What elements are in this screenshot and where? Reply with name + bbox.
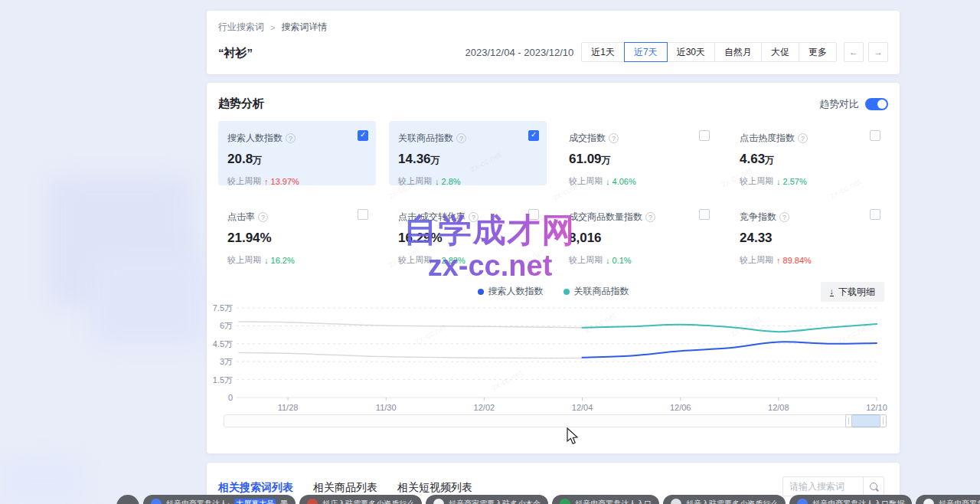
trend-compare: 趋势对比 bbox=[819, 97, 888, 111]
svg-text:1.5万: 1.5万 bbox=[213, 375, 233, 385]
svg-text:12/04: 12/04 bbox=[572, 403, 593, 412]
metric-checkbox[interactable] bbox=[358, 209, 368, 220]
metric-label: 点击率 bbox=[227, 211, 255, 224]
metric-checkbox[interactable] bbox=[870, 130, 880, 141]
info-icon[interactable]: ? bbox=[645, 212, 655, 222]
compare-toggle[interactable] bbox=[865, 98, 888, 110]
range-button[interactable]: 自然月 bbox=[714, 42, 762, 62]
tab-item[interactable]: 相关商品列表 bbox=[313, 481, 377, 495]
taskbar-item-label: 抖音电商罗盘达人 bbox=[939, 499, 980, 504]
taskbar-launcher-icon[interactable] bbox=[116, 495, 139, 504]
compare-prefix: 较上周期 bbox=[740, 175, 773, 187]
metric-change: 较上周期↑ 89.84% bbox=[740, 254, 879, 266]
legend-dot-icon bbox=[564, 289, 570, 295]
metric-card[interactable]: 点击-成交转化率?16.29%较上周期↓ 2.83% bbox=[389, 200, 547, 264]
compare-prefix: 较上周期 bbox=[398, 254, 432, 266]
toggle-knob bbox=[877, 100, 887, 109]
metric-value-number: 24.33 bbox=[740, 231, 773, 245]
metric-checkbox[interactable] bbox=[528, 209, 539, 220]
breadcrumb-parent-link[interactable]: 行业搜索词 bbox=[218, 21, 264, 34]
related-lists-tabs: 相关搜索词列表相关商品列表相关短视频列表 bbox=[218, 481, 472, 495]
metric-card[interactable]: 成交指数?61.09万较上周期↓ 4.06% bbox=[560, 121, 717, 185]
svg-text:11/30: 11/30 bbox=[376, 403, 397, 412]
info-icon[interactable]: ? bbox=[286, 133, 296, 143]
metric-value: 20.8万 bbox=[227, 152, 367, 167]
taskbar-item[interactable]: 抖店入驻需要多少资质行么 bbox=[299, 495, 422, 504]
metric-card[interactable]: 竞争指数?24.33较上周期↑ 89.84% bbox=[730, 200, 888, 264]
metric-checkbox[interactable] bbox=[699, 209, 710, 220]
info-icon[interactable]: ? bbox=[779, 212, 789, 222]
brush-handle-right[interactable] bbox=[880, 414, 887, 427]
taskbar-item[interactable]: 抖音商家需要入驻多少本金 bbox=[426, 495, 548, 504]
metric-change: 较上周期↓ 0.1% bbox=[569, 254, 708, 266]
range-button[interactable]: 近7天 bbox=[624, 42, 668, 62]
search-button[interactable] bbox=[863, 477, 884, 496]
breadcrumb-current: 搜索词详情 bbox=[281, 21, 327, 34]
legend-item[interactable]: 搜索人数指数 bbox=[478, 285, 544, 298]
left-arrow-icon: ← bbox=[849, 47, 858, 57]
download-button[interactable]: ↓ 下载明细 bbox=[821, 282, 885, 302]
tab-active[interactable]: 相关搜索词列表 bbox=[218, 481, 293, 495]
compare-prefix: 较上周期 bbox=[569, 175, 603, 187]
next-period-button[interactable]: → bbox=[868, 42, 888, 62]
metric-value-number: 8,016 bbox=[569, 231, 602, 245]
search-input[interactable] bbox=[783, 477, 863, 496]
taskbar-item[interactable]: 抖音电商罗盘达人入口 bbox=[552, 495, 659, 504]
chart-line-搜索人数指数-上期 bbox=[239, 353, 583, 358]
range-button[interactable]: 近30天 bbox=[667, 42, 715, 62]
metric-value-unit: 万 bbox=[253, 155, 262, 165]
taskbar-favicon bbox=[307, 499, 318, 504]
metric-checkbox[interactable] bbox=[358, 130, 368, 141]
change-percent: ↓ 0.1% bbox=[606, 256, 632, 265]
chart-brush-track[interactable] bbox=[224, 414, 883, 427]
svg-text:12/10: 12/10 bbox=[866, 403, 887, 412]
taskbar-item[interactable]: 抖音电商罗盘达人 bbox=[916, 495, 980, 504]
prev-period-button[interactable]: ← bbox=[844, 42, 864, 62]
range-button[interactable]: 大促 bbox=[761, 42, 799, 62]
svg-text:7.5万: 7.5万 bbox=[213, 303, 233, 313]
info-icon[interactable]: ? bbox=[456, 133, 466, 143]
taskbar-item[interactable]: 抖音电商罗盘达人入口数据 bbox=[789, 495, 912, 504]
compare-prefix: 较上周期 bbox=[569, 254, 603, 266]
info-icon[interactable]: ? bbox=[469, 212, 479, 222]
taskbar-favicon bbox=[797, 499, 808, 504]
svg-text:3万: 3万 bbox=[220, 357, 233, 366]
metric-value: 24.33 bbox=[740, 231, 879, 246]
metric-card[interactable]: 成交商品数量指数?8,016较上周期↓ 0.1% bbox=[560, 200, 717, 264]
metric-card[interactable]: 搜索人数指数?20.8万较上周期↑ 13.97% bbox=[218, 121, 376, 185]
metric-card[interactable]: 点击热度指数?4.63万较上周期↓ 2.57% bbox=[730, 121, 888, 185]
taskbar-item[interactable]: 抖音入驻需要多少资质行么 bbox=[663, 495, 786, 504]
metric-label: 点击-成交转化率 bbox=[398, 211, 466, 224]
metric-checkbox[interactable] bbox=[870, 209, 880, 220]
taskbar-item[interactable]: 抖音电商罗盘达人·大屏幕大号墨 bbox=[143, 495, 296, 504]
metric-change: 较上周期↓ 2.57% bbox=[740, 175, 879, 187]
metric-value-unit: 万 bbox=[602, 155, 611, 165]
metric-change: 较上周期↑ 13.97% bbox=[227, 175, 367, 187]
legend-item[interactable]: 关联商品指数 bbox=[564, 285, 629, 298]
section-title: 趋势分析 bbox=[218, 97, 264, 111]
brush-handle-left[interactable] bbox=[845, 414, 852, 427]
chart-line-关联商品指数 bbox=[583, 324, 877, 332]
chart-brush-selection[interactable] bbox=[852, 414, 880, 427]
metric-checkbox[interactable] bbox=[699, 130, 710, 141]
range-button[interactable]: 近1天 bbox=[581, 42, 625, 62]
screen: 行业搜索词 > 搜索词详情 “衬衫” 2023/12/04 - 2023/12/… bbox=[0, 0, 980, 504]
metric-value-number: 61.09 bbox=[569, 152, 602, 166]
compare-prefix: 较上周期 bbox=[398, 175, 432, 187]
metric-checkbox[interactable] bbox=[528, 130, 539, 141]
info-icon[interactable]: ? bbox=[798, 133, 808, 143]
info-icon[interactable]: ? bbox=[609, 133, 619, 143]
taskbar-item-label: 墨 bbox=[280, 499, 288, 504]
range-button[interactable]: 更多 bbox=[799, 42, 837, 62]
metric-header: 点击热度指数? bbox=[740, 132, 879, 145]
metric-card[interactable]: 关联商品指数?14.36万较上周期↓ 2.8% bbox=[389, 121, 547, 185]
trend-chart[interactable]: 7.5万6万4.5万3万1.5万011/2811/3012/0212/0412/… bbox=[207, 297, 900, 414]
tab-item[interactable]: 相关短视频列表 bbox=[397, 481, 472, 495]
metric-card[interactable]: 点击率?21.94%较上周期↓ 16.2% bbox=[218, 200, 376, 264]
metric-card-grid: 搜索人数指数?20.8万较上周期↑ 13.97%关联商品指数?14.36万较上周… bbox=[218, 121, 888, 264]
search-box bbox=[782, 476, 884, 496]
info-icon[interactable]: ? bbox=[258, 212, 268, 222]
metric-change: 较上周期↓ 16.2% bbox=[227, 254, 367, 266]
change-percent: ↑ 89.84% bbox=[776, 256, 812, 265]
taskbar-item-label: 抖音入驻需要多少资质行么 bbox=[686, 499, 778, 504]
